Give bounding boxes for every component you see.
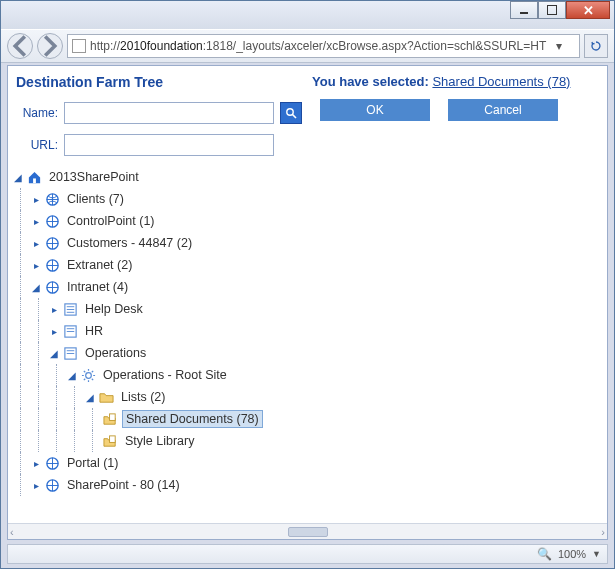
horizontal-scrollbar[interactable]: ‹ ›	[8, 523, 607, 539]
home-icon	[26, 169, 42, 185]
address-bar[interactable]: http://2010foundation:1818/_layouts/axce…	[67, 34, 580, 58]
zoom-icon[interactable]: 🔍	[537, 547, 552, 561]
window-titlebar: ✕	[1, 1, 614, 29]
tree-node-customers[interactable]: ▸Customers - 44847 (2)	[12, 232, 302, 254]
scroll-right-icon[interactable]: ›	[601, 526, 605, 538]
tree-node-lists[interactable]: ◢Lists (2)	[12, 386, 302, 408]
zoom-level: 100%	[558, 548, 586, 560]
ok-button[interactable]: OK	[320, 99, 430, 121]
url-label: URL:	[12, 138, 58, 152]
expand-icon[interactable]: ▸	[30, 259, 42, 271]
selection-line: You have selected: Shared Documents (78)	[312, 72, 601, 99]
expand-icon[interactable]: ▸	[48, 325, 60, 337]
browser-navbar: http://2010foundation:1818/_layouts/axce…	[1, 29, 614, 63]
page-icon	[72, 39, 86, 53]
url-input[interactable]	[64, 134, 274, 156]
tree-node-helpdesk[interactable]: ▸Help Desk	[12, 298, 302, 320]
collapse-icon[interactable]: ◢	[48, 347, 60, 359]
globe-icon	[44, 455, 60, 471]
globe-icon	[44, 477, 60, 493]
globe-icon	[44, 213, 60, 229]
expand-icon[interactable]: ▸	[30, 479, 42, 491]
tree-node-intranet[interactable]: ◢Intranet (4)	[12, 276, 302, 298]
svg-point-0	[287, 109, 293, 115]
expand-icon[interactable]: ▸	[30, 457, 42, 469]
window-minimize-button[interactable]	[510, 1, 538, 19]
library-icon	[102, 433, 118, 449]
site-icon	[62, 301, 78, 317]
collapse-icon[interactable]: ◢	[66, 369, 78, 381]
tree-node-controlpoint[interactable]: ▸ControlPoint (1)	[12, 210, 302, 232]
tree-node-stylelib[interactable]: Style Library	[12, 430, 302, 452]
address-dropdown-icon[interactable]: ▾	[550, 39, 568, 53]
tree-node-selected-label: Shared Documents (78)	[122, 410, 263, 428]
expand-icon[interactable]: ▸	[30, 237, 42, 249]
nav-forward-button[interactable]	[37, 33, 63, 59]
tree-node-operations[interactable]: ◢Operations	[12, 342, 302, 364]
site-icon	[62, 323, 78, 339]
scroll-left-icon[interactable]: ‹	[10, 526, 14, 538]
tree-node-sharepoint80[interactable]: ▸SharePoint - 80 (14)	[12, 474, 302, 496]
globe-icon	[44, 235, 60, 251]
tree-node-clients[interactable]: ▸Clients (7)	[12, 188, 302, 210]
nav-back-button[interactable]	[7, 33, 33, 59]
svg-rect-2	[33, 178, 36, 183]
expand-icon[interactable]: ▸	[30, 215, 42, 227]
cancel-button[interactable]: Cancel	[448, 99, 558, 121]
selected-link[interactable]: Shared Documents (78)	[432, 74, 570, 89]
tree-node-extranet[interactable]: ▸Extranet (2)	[12, 254, 302, 276]
name-input[interactable]	[64, 102, 274, 124]
left-panel: Destination Farm Tree Name: URL:	[8, 66, 306, 539]
right-panel: You have selected: Shared Documents (78)…	[306, 66, 607, 539]
zoom-dropdown-icon[interactable]: ▼	[592, 549, 601, 559]
globe-icon	[44, 191, 60, 207]
folder-icon	[98, 389, 114, 405]
address-url: http://2010foundation:1818/_layouts/axce…	[90, 39, 546, 53]
tree-node-portal[interactable]: ▸Portal (1)	[12, 452, 302, 474]
globe-icon	[44, 279, 60, 295]
expand-icon[interactable]: ◢	[12, 171, 24, 183]
panel-title: Destination Farm Tree	[12, 72, 302, 98]
svg-rect-20	[109, 435, 115, 442]
expand-icon[interactable]: ▸	[48, 303, 60, 315]
search-button[interactable]	[280, 102, 302, 124]
collapse-icon[interactable]: ◢	[84, 391, 96, 403]
farm-tree: ◢ 2013SharePoint ▸Clients (7) ▸ControlPo…	[12, 162, 302, 535]
tree-node-opsroot[interactable]: ◢Operations - Root Site	[12, 364, 302, 386]
name-label: Name:	[12, 106, 58, 120]
search-icon	[285, 107, 297, 119]
library-icon	[102, 411, 118, 427]
site-icon	[62, 345, 78, 361]
status-bar: 🔍 100% ▼	[7, 544, 608, 564]
svg-rect-19	[109, 413, 115, 420]
window-close-button[interactable]: ✕	[566, 1, 610, 19]
window-maximize-button[interactable]	[538, 1, 566, 19]
svg-point-18	[85, 372, 91, 378]
tree-node-hr[interactable]: ▸HR	[12, 320, 302, 342]
expand-icon[interactable]: ▸	[30, 193, 42, 205]
gear-icon	[80, 367, 96, 383]
tree-node-shareddocs[interactable]: Shared Documents (78)	[12, 408, 302, 430]
tree-node-root[interactable]: ◢ 2013SharePoint	[12, 166, 302, 188]
refresh-button[interactable]	[584, 34, 608, 58]
svg-line-1	[293, 115, 297, 119]
scrollbar-thumb[interactable]	[288, 527, 328, 537]
collapse-icon[interactable]: ◢	[30, 281, 42, 293]
globe-icon	[44, 257, 60, 273]
